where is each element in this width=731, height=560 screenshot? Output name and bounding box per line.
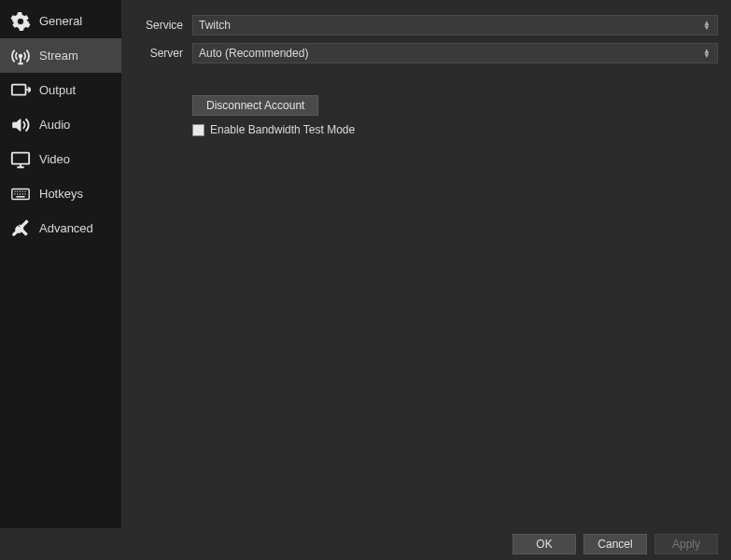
settings-sidebar: General Stream Output Audio Video: [0, 0, 121, 528]
speaker-icon: [9, 114, 32, 136]
apply-button[interactable]: Apply: [654, 534, 718, 554]
sidebar-item-general[interactable]: General: [0, 4, 121, 38]
sidebar-item-label: Audio: [39, 118, 70, 132]
monitor-icon: [9, 148, 32, 171]
service-value: Twitch: [199, 19, 231, 32]
svg-rect-2: [12, 152, 29, 163]
sidebar-item-label: Stream: [39, 49, 78, 63]
server-select[interactable]: Auto (Recommended) ▲▼: [192, 43, 718, 63]
bandwidth-test-label: Enable Bandwidth Test Mode: [210, 123, 355, 136]
service-label: Service: [131, 19, 192, 32]
output-icon: [9, 79, 32, 102]
sidebar-item-audio[interactable]: Audio: [0, 107, 121, 142]
ok-button[interactable]: OK: [513, 534, 576, 554]
sidebar-item-label: Video: [39, 152, 70, 166]
server-label: Server: [131, 47, 192, 60]
bandwidth-test-checkbox[interactable]: [192, 124, 204, 136]
svg-rect-1: [12, 84, 26, 94]
dialog-footer: OK Cancel Apply: [0, 528, 731, 560]
sidebar-item-hotkeys[interactable]: Hotkeys: [0, 176, 121, 211]
service-select[interactable]: Twitch ▲▼: [192, 15, 718, 35]
sidebar-item-label: General: [39, 14, 82, 28]
server-value: Auto (Recommended): [199, 47, 308, 60]
sidebar-item-label: Output: [39, 83, 76, 97]
keyboard-icon: [9, 183, 32, 205]
sidebar-item-video[interactable]: Video: [0, 142, 121, 176]
sidebar-item-advanced[interactable]: Advanced: [0, 211, 121, 245]
sidebar-item-output[interactable]: Output: [0, 73, 121, 107]
updown-icon: ▲▼: [702, 21, 711, 30]
sidebar-item-label: Advanced: [39, 221, 93, 235]
sidebar-item-stream[interactable]: Stream: [0, 38, 121, 73]
updown-icon: ▲▼: [702, 49, 711, 58]
sidebar-item-label: Hotkeys: [39, 187, 83, 201]
cancel-button[interactable]: Cancel: [583, 534, 647, 554]
gear-icon: [9, 10, 32, 33]
settings-content: Service Twitch ▲▼ Server Auto (Recommend…: [121, 0, 731, 528]
antenna-icon: [9, 45, 32, 67]
disconnect-account-button[interactable]: Disconnect Account: [192, 95, 318, 116]
tools-icon: [9, 217, 32, 240]
